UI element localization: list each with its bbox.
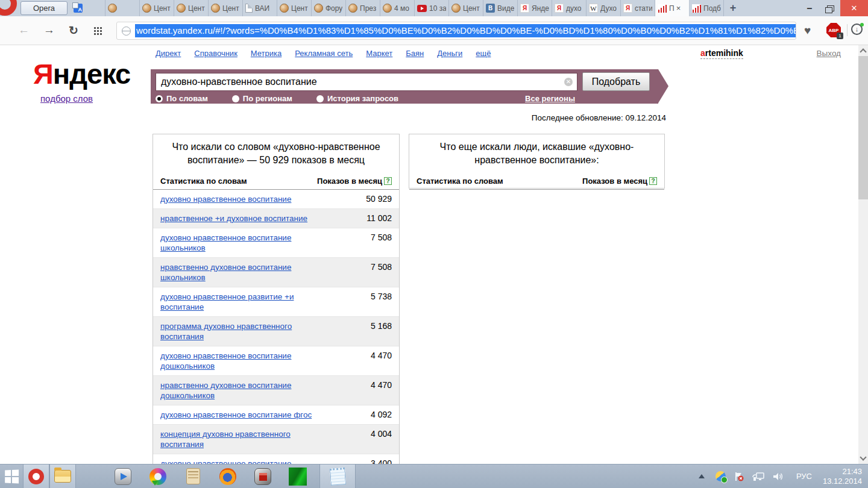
phrase-link[interactable]: концепция духовно нравственного воспитан… xyxy=(160,429,321,449)
show-hidden-icons-icon[interactable] xyxy=(699,474,705,478)
radio-icon[interactable] xyxy=(316,95,324,102)
scrollbar-thumb[interactable] xyxy=(858,56,868,199)
taskbar-app[interactable] xyxy=(23,465,49,488)
browser-tab[interactable]: Подб xyxy=(690,0,724,16)
language-indicator[interactable]: РУС xyxy=(796,472,812,481)
opera-menu-button[interactable]: Opera xyxy=(20,1,68,15)
taskbar-app[interactable] xyxy=(215,465,241,488)
taskbar-app[interactable] xyxy=(145,465,171,488)
new-tab-button[interactable]: + xyxy=(724,0,742,16)
phrase-link[interactable]: духовно нравственное воспитание школьник… xyxy=(160,233,321,253)
nav-link[interactable]: Деньги xyxy=(437,49,462,58)
start-button[interactable] xyxy=(0,465,23,488)
form-arrow-decoration xyxy=(658,69,668,103)
scroll-down-icon[interactable] xyxy=(860,454,866,460)
browser-tab[interactable]: Цент xyxy=(209,0,243,16)
browser-tab[interactable] xyxy=(105,0,140,16)
browser-tab[interactable]: Цент xyxy=(174,0,209,16)
back-icon[interactable]: ← xyxy=(18,23,30,37)
nav-link[interactable]: Маркет xyxy=(366,49,392,58)
phrase-link[interactable]: духовно нравственное воспитание младших xyxy=(160,458,321,464)
network-icon[interactable] xyxy=(752,471,765,482)
phrase-link[interactable]: духовно нравственное воспитание xyxy=(160,194,291,204)
taskbar-app[interactable] xyxy=(180,465,206,488)
taskbar-app[interactable] xyxy=(250,465,276,488)
taskbar-app[interactable] xyxy=(110,465,136,488)
search-mode-radio[interactable]: История запросов xyxy=(316,94,398,103)
browser-tab[interactable]: 4 мо xyxy=(380,0,415,16)
wordstat-service-link[interactable]: подбор слов xyxy=(40,93,93,104)
impressions-count: 3 400 xyxy=(371,458,392,464)
nav-link[interactable]: Метрика xyxy=(251,49,281,58)
browser-tab[interactable]: Духо xyxy=(587,0,621,16)
taskbar-app[interactable] xyxy=(319,465,356,488)
browser-tab[interactable]: духо xyxy=(552,0,587,16)
phrase-link[interactable]: духовно нравственное воспитание фгос xyxy=(160,410,312,420)
close-window-button[interactable]: ✕ xyxy=(840,0,868,16)
search-mode-radio[interactable]: По словам xyxy=(156,94,208,103)
table-row: духовно нравственное воспитание фгос 4 0… xyxy=(153,405,399,424)
phrase-link[interactable]: нравственное +и духовное воспитание xyxy=(160,213,307,224)
reload-icon[interactable]: ↻ xyxy=(69,23,78,37)
browser-tab[interactable]: Цент xyxy=(140,0,174,16)
search-input[interactable] xyxy=(156,73,577,91)
nav-link[interactable]: Справочник xyxy=(194,49,237,58)
phrase-link[interactable]: программа духовно нравственного воспитан… xyxy=(160,321,321,342)
restore-button[interactable] xyxy=(820,0,840,16)
windows-taskbar: РУС 21:43 13.12.2014 xyxy=(0,464,868,488)
forward-icon[interactable]: → xyxy=(43,23,55,37)
toolbar-divider xyxy=(847,24,848,36)
browser-tab[interactable]: Виде xyxy=(483,0,518,16)
browser-tab[interactable]: Цент xyxy=(449,0,483,16)
scroll-up-icon[interactable] xyxy=(860,48,866,55)
url-text[interactable]: wordstat.yandex.ru/#!/?words=%D0%B4%D1%8… xyxy=(135,24,796,37)
radio-icon[interactable] xyxy=(156,95,163,102)
tab-close-icon[interactable] xyxy=(676,4,681,13)
browser-tab[interactable]: стати xyxy=(621,0,655,16)
logout-link[interactable]: Выход xyxy=(817,49,841,58)
taskbar-app[interactable] xyxy=(285,465,311,488)
tab-title: Фору xyxy=(326,4,342,13)
help-icon[interactable]: ? xyxy=(649,177,657,185)
update-status-icon[interactable] xyxy=(715,471,726,481)
browser-tab[interactable]: Янде xyxy=(518,0,552,16)
wordstat-icon xyxy=(692,4,701,13)
site-globe-icon xyxy=(122,27,131,36)
search-mode-radio[interactable]: По регионам xyxy=(232,94,292,103)
nav-link[interactable]: ещё xyxy=(476,49,491,58)
phrase-link[interactable]: нравственно духовное воспитание дошкольн… xyxy=(160,380,321,401)
phrase-link[interactable]: духовно нравственное развитие +и воспита… xyxy=(160,292,321,312)
browser-tab[interactable]: Цент xyxy=(277,0,312,16)
radio-icon[interactable] xyxy=(232,95,239,102)
browser-tab[interactable] xyxy=(71,0,105,16)
tab-title: Цент xyxy=(463,4,480,13)
bookmark-heart-icon[interactable]: ♥ xyxy=(804,24,811,37)
browser-tab[interactable]: Фору xyxy=(312,0,346,16)
taskbar-clock[interactable]: 21:43 13.12.2014 xyxy=(823,467,862,486)
browser-tab[interactable]: 10 за xyxy=(415,0,449,16)
nav-link[interactable]: Баян xyxy=(406,49,424,58)
phrase-link[interactable]: духовно нравственное воспитание дошкольн… xyxy=(160,351,321,371)
taskbar-app[interactable] xyxy=(49,465,76,488)
all-regions-link[interactable]: Все регионы xyxy=(525,94,575,103)
browser-tab[interactable]: ВАИ xyxy=(243,0,277,16)
tab-title: ВАИ xyxy=(255,4,269,13)
phrase-link[interactable]: нравственно духовное воспитание школьник… xyxy=(160,262,321,283)
username[interactable]: artemihink xyxy=(700,48,743,59)
nav-link[interactable]: Рекламная сеть xyxy=(295,49,353,58)
browser-tab[interactable]: През xyxy=(346,0,380,16)
action-center-flag-icon[interactable] xyxy=(734,471,744,482)
speed-dial-icon[interactable] xyxy=(93,27,102,35)
nav-link[interactable]: Директ xyxy=(156,49,181,58)
volume-icon[interactable] xyxy=(772,471,784,482)
submit-button[interactable]: Подобрать xyxy=(582,72,650,91)
tab-title: Цент xyxy=(188,4,205,13)
page-scrollbar[interactable] xyxy=(858,45,868,464)
downloader-icon xyxy=(149,468,166,485)
help-icon[interactable]: ? xyxy=(384,177,392,185)
address-bar[interactable]: wordstat.yandex.ru/#!/?words=%D0%B4%D1%8… xyxy=(116,22,796,40)
tab-title: Цент xyxy=(291,4,308,13)
clear-input-icon[interactable]: ✕ xyxy=(564,78,573,86)
browser-tab[interactable]: П xyxy=(655,0,690,16)
minimize-button[interactable]: – xyxy=(799,3,820,14)
